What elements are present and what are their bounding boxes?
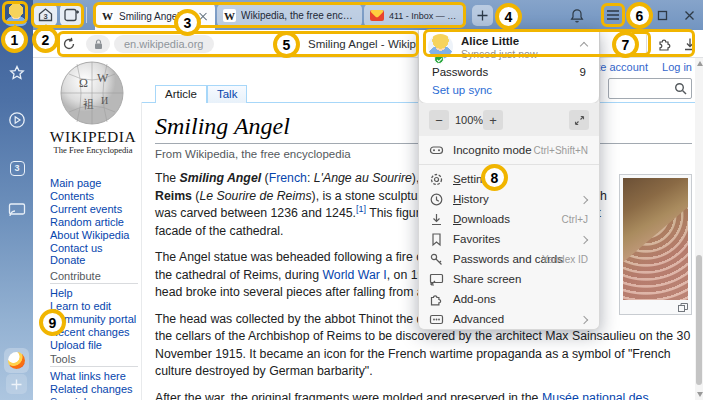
passwords-count: 9 [580,66,586,78]
tabbar-separator [86,7,87,23]
nav-about-wikipedia[interactable]: About Wikipedia [50,229,130,242]
new-tab-button[interactable] [472,5,493,26]
menu-item-share-screen[interactable]: Share screen [419,270,599,290]
gear-icon [429,172,444,187]
menu-divider [419,164,599,165]
maximize-button[interactable] [651,4,673,26]
set-up-sync-link[interactable]: Set up sync [432,84,492,96]
nav-donate[interactable]: Donate [50,254,130,267]
menu-item-advanced[interactable]: Advanced [419,310,599,330]
play-panel-icon[interactable] [7,110,27,130]
new-window-group-button[interactable] [60,4,83,26]
wikipedia-favicon: W [223,9,236,22]
menu-item-incognito[interactable]: Incognito mode Ctrl+Shift+N [419,141,599,161]
scrollbar-thumb[interactable] [696,255,702,385]
svg-text:И: И [101,95,108,106]
nav-contents[interactable]: Contents [50,190,130,203]
zoom-controls: − 100% + [419,103,599,136]
nav-learn-to-edit[interactable]: Learn to edit [50,300,136,313]
image-expand-icon[interactable] [678,303,688,312]
nav-main-page[interactable]: Main page [50,177,130,190]
tab-talk[interactable]: Talk [207,85,247,103]
reload-icon[interactable] [59,34,79,54]
nav-contact-us[interactable]: Contact us [50,242,130,255]
fullscreen-icon[interactable] [569,110,589,130]
nav-special-pages[interactable]: Special pages [50,396,133,400]
search-input[interactable] [608,78,692,99]
sidebar-nav-main: Main page Contents Current events Random… [50,177,130,267]
url-text: en.wikipedia.org [114,38,214,50]
passwords-label[interactable]: Passwords [432,66,488,78]
menu-item-settings[interactable]: Settings [419,170,599,190]
lock-icon[interactable] [86,35,110,53]
tab-title: Wikipedia, the free encyclopedia [241,10,356,21]
shortcut-label: Ctrl+J [562,214,588,225]
puzzle-icon [429,292,444,307]
article-title: Smiling Angel [155,113,290,140]
menu-item-history[interactable]: History [419,190,599,210]
page-scrollbar[interactable] [695,58,703,400]
key-icon [429,252,444,267]
tab-bar: 3 W Smiling Angel - Wikipedia W Wikipedi… [33,0,703,30]
user-avatar [428,34,453,59]
shortcut-label: Ctrl+Shift+N [534,145,588,156]
sync-card[interactable]: Alice Little Synced just now Passwords 9… [419,30,599,103]
download-icon [429,212,444,227]
tab-article[interactable]: Article [155,85,207,103]
svg-text:W: W [97,71,109,85]
annotation-3: 3 [174,9,201,36]
user-name: Alice Little [461,35,519,47]
sidebar-nav-tools: What links here Related changes Special … [50,370,133,400]
notifications-bell-icon[interactable] [566,4,588,26]
svg-text:Ω: Ω [79,76,88,90]
annotation-4: 4 [495,3,522,30]
contribute-heading: Contribute [50,270,101,282]
extensions-puzzle-icon[interactable] [657,36,673,52]
nav-random-article[interactable]: Random article [50,216,130,229]
favorites-star-icon[interactable] [7,63,27,83]
menu-item-favorites[interactable]: Favorites [419,230,599,250]
scroll-up-icon[interactable] [697,61,703,66]
log-in-link[interactable]: Log in [662,61,692,73]
address-toolbar: en.wikipedia.org Smiling Angel - Wikiped… [33,30,703,58]
article-thumbnail[interactable] [619,174,692,315]
zoom-out-button[interactable]: − [429,110,449,130]
wikipedia-favicon: W [101,10,114,23]
nav-help[interactable]: Help [50,287,136,300]
nav-what-links-here[interactable]: What links here [50,370,133,383]
bookmark-icon [429,232,444,247]
toolbar-separator [646,35,647,53]
browser-side-panel: 3 [0,0,33,400]
close-button[interactable] [678,4,700,26]
chevron-up-icon[interactable] [580,42,588,50]
zoom-in-button[interactable]: + [483,110,503,130]
wikipedia-globe-logo[interactable]: Ω W 袓 И [59,60,125,126]
hamburger-menu-button[interactable] [602,4,624,26]
tab-counter-badge: 3 [10,161,25,176]
chevron-right-icon [580,236,588,244]
nav-related-changes[interactable]: Related changes [50,383,133,396]
scroll-down-icon[interactable] [697,392,703,397]
nav-upload-file[interactable]: Upload file [50,339,136,352]
nav-current-events[interactable]: Current events [50,203,130,216]
tab-counter-icon[interactable]: 3 [7,158,27,178]
annotation-9: 9 [39,309,66,336]
yandex-browser-logo-button[interactable] [4,348,29,373]
menu-item-downloads[interactable]: Downloads Ctrl+J [419,210,599,230]
chevron-right-icon [580,316,588,324]
browser-window: 3 3 W Smiling Angel - Wikipedia W Wikipe… [0,0,703,400]
menu-item-passwords-cards[interactable]: Passwords and cards Yandex ID [419,250,599,270]
screen-cast-icon[interactable] [7,200,27,220]
yandex-mail-icon [370,10,384,21]
menu-item-add-ons[interactable]: Add-ons [419,290,599,310]
smiling-angel-photo [623,178,688,300]
tab-yandex-mail[interactable]: 411 - Inbox — Yandex Mail [364,4,466,27]
annotation-8: 8 [481,164,508,191]
annotation-5: 5 [273,31,300,58]
search-icon[interactable] [674,82,687,95]
sidebar-add-button[interactable] [6,374,27,394]
url-box[interactable]: en.wikipedia.org [114,35,214,53]
annotation-2: 2 [32,26,59,53]
tab-wikipedia-main[interactable]: W Wikipedia, the free encyclopedia [217,4,362,27]
downloads-icon[interactable] [683,37,697,52]
